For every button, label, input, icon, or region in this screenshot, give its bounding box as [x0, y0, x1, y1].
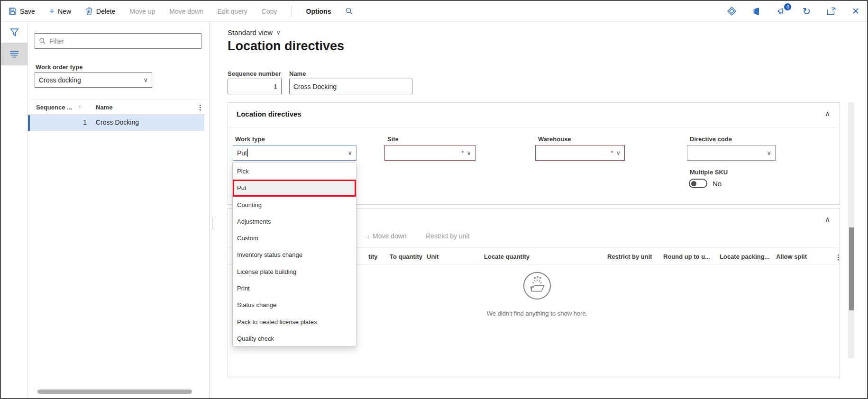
toolbar-separator [292, 6, 292, 17]
column-locate-quantity[interactable]: Locate quantity [484, 253, 530, 260]
grid-move-down-button[interactable]: ↓ Move down [366, 232, 407, 240]
search-icon [345, 7, 353, 15]
work-type-dropdown-list: Pick Put Counting Adjustments Custom Inv… [232, 163, 356, 346]
edit-query-button[interactable]: Edit query [218, 8, 247, 15]
column-from-quantity-truncated[interactable]: tity [368, 253, 378, 260]
warehouse-combobox[interactable]: * ∨ [535, 145, 625, 161]
option-print[interactable]: Print [233, 280, 356, 297]
refresh-button[interactable]: ↻ [802, 6, 811, 16]
filter-field [35, 33, 201, 49]
office-apps-button[interactable] [752, 7, 761, 16]
warehouse-label: Warehouse [538, 136, 571, 143]
empty-message: We didn't find anything to show here. [442, 310, 632, 317]
copy-button[interactable]: Copy [262, 8, 277, 15]
sort-ascending-icon: ↑ [78, 103, 82, 110]
required-asterisk-icon: * [611, 150, 613, 156]
text-caret [247, 149, 248, 157]
chevron-down-icon: ∨ [466, 149, 471, 156]
site-label: Site [387, 136, 399, 143]
filter-search-icon [39, 37, 46, 45]
row-selection-bar [28, 115, 30, 131]
row-sequence-cell: 1 [39, 118, 87, 126]
site-combobox[interactable]: * ∨ [384, 145, 475, 161]
collapse-section-icon[interactable]: ∧ [825, 215, 830, 224]
work-order-type-select[interactable]: Cross docking ∨ [35, 72, 152, 88]
list-icon [9, 50, 19, 58]
option-adjustments[interactable]: Adjustments [233, 213, 356, 230]
dynamics-home-button[interactable] [727, 7, 736, 16]
column-sequence[interactable]: Sequence ... [36, 104, 72, 111]
row-name-cell: Cross Docking [96, 118, 139, 126]
view-selector[interactable]: Standard view ∨ [228, 28, 281, 36]
multiple-sku-label: Multiple SKU [690, 169, 728, 176]
move-down-button[interactable]: Move down [169, 8, 203, 15]
delete-button[interactable]: Delete [85, 7, 115, 15]
search-button[interactable] [345, 7, 353, 15]
sequence-number-input[interactable] [228, 79, 282, 94]
records-list-panel: Work order type Cross docking ∨ Sequence… [28, 22, 210, 398]
new-button[interactable]: + New [49, 7, 71, 16]
option-inventory-status-change[interactable]: Inventory status change [233, 246, 356, 263]
option-quality-check[interactable]: Quality check [233, 330, 356, 347]
multiple-sku-value: No [713, 180, 722, 188]
horizontal-scrollbar[interactable] [37, 390, 192, 394]
grid-overflow-icon[interactable]: ⋮ [835, 253, 842, 262]
left-icon-rail [1, 22, 28, 398]
option-pack-to-nested-license-plates[interactable]: Pack to nested license plates [233, 313, 356, 330]
grid-overflow-icon[interactable]: ⋮ [197, 103, 204, 112]
directive-code-combobox[interactable]: ∨ [687, 145, 776, 161]
column-locate-packing[interactable]: Locate packing... [720, 253, 769, 260]
section-divider [228, 127, 840, 128]
empty-folder-icon [522, 271, 552, 300]
splitter-grip-icon [212, 217, 214, 229]
work-type-label: Work type [235, 136, 265, 143]
column-allow-split[interactable]: Allow split [776, 253, 807, 260]
name-label: Name [289, 70, 306, 77]
action-center-button[interactable]: 0 [777, 7, 786, 16]
notification-badge: 0 [784, 3, 792, 11]
chevron-down-icon: ∨ [347, 149, 352, 156]
panel-splitter[interactable] [210, 22, 217, 398]
sequence-number-label: Sequence number [228, 70, 281, 77]
collapse-section-icon[interactable]: ∧ [825, 109, 830, 118]
options-menu[interactable]: Options [306, 8, 331, 15]
popout-icon [827, 7, 836, 15]
dynamics-icon [727, 7, 736, 16]
close-button[interactable]: ✕ [852, 6, 859, 17]
multiple-sku-toggle[interactable] [689, 179, 707, 188]
empty-state: We didn't find anything to show here. [442, 271, 632, 317]
popout-button[interactable] [827, 7, 836, 15]
work-type-combobox[interactable]: Put ∨ [233, 145, 356, 161]
toggle-knob [691, 181, 696, 186]
column-name[interactable]: Name [96, 104, 112, 111]
chevron-down-icon: ∨ [276, 29, 281, 36]
option-custom[interactable]: Custom [233, 230, 356, 246]
vertical-scrollbar[interactable] [848, 102, 854, 358]
funnel-icon [9, 27, 19, 37]
vertical-scrollbar-thumb[interactable] [849, 227, 854, 310]
list-pane-button[interactable] [1, 43, 27, 65]
column-restrict-by-unit[interactable]: Restrict by unit [607, 253, 652, 260]
chevron-down-icon: ∨ [143, 76, 148, 83]
section-title: Location directives [237, 110, 302, 118]
option-license-plate-building[interactable]: License plate building [233, 263, 356, 280]
save-icon [9, 7, 17, 15]
option-status-change[interactable]: Status change [233, 297, 356, 313]
down-arrow-icon: ↓ [366, 232, 370, 240]
name-input[interactable] [289, 79, 412, 94]
option-pick[interactable]: Pick [233, 163, 356, 180]
column-unit[interactable]: Unit [427, 253, 439, 260]
chevron-down-icon: ∨ [616, 149, 621, 156]
grid-restrict-by-unit-button[interactable]: Restrict by unit [426, 232, 470, 240]
list-row-cross-docking[interactable]: 1 Cross Docking [28, 115, 204, 131]
column-to-quantity[interactable]: To quantity [384, 253, 422, 260]
move-up-button[interactable]: Move up [130, 8, 155, 15]
column-round-up-to-unit[interactable]: Round up to u... [663, 253, 710, 260]
save-button[interactable]: Save [9, 7, 35, 15]
app-command-bar: Save + New Delete Move up Move down Edit… [1, 1, 867, 22]
directive-code-label: Directive code [690, 136, 732, 143]
option-counting[interactable]: Counting [233, 197, 356, 213]
option-put-selected[interactable]: Put [233, 180, 356, 196]
filter-pane-button[interactable] [1, 22, 27, 43]
filter-input[interactable] [49, 37, 197, 45]
